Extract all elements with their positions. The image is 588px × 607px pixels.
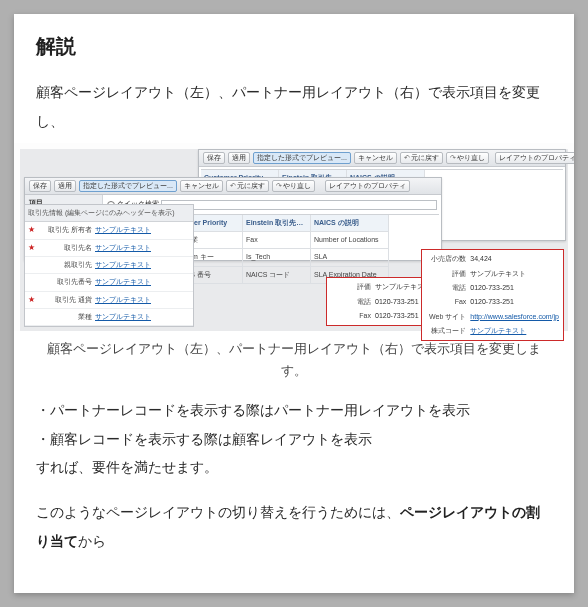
kv-key: 評価	[426, 267, 466, 281]
layout-properties-button[interactable]: レイアウトのプロパティ	[495, 152, 574, 164]
field-value[interactable]: サンプルテキスト	[95, 293, 151, 307]
article-title: 解説	[36, 32, 552, 60]
layout-properties-button[interactable]: レイアウトのプロパティ	[325, 180, 410, 192]
detail-list-header: 取引先情報 (編集ページにのみヘッダーを表示)	[25, 205, 193, 222]
field-label: 親取引先	[38, 258, 92, 272]
save-button[interactable]: 保存	[29, 180, 51, 192]
list-row: ★取引先 所有者サンプルテキスト	[25, 222, 193, 239]
field-label: 取引先 所有者	[38, 223, 92, 237]
grid-cell[interactable]: NAICS の説明	[311, 215, 389, 232]
apply-button[interactable]: 適用	[228, 152, 250, 164]
figure-wrap: 保存 適用 指定した形式でプレビュー... キャンセル 元に戻す やり直し レイ…	[14, 143, 574, 331]
field-value[interactable]: サンプルテキスト	[95, 258, 151, 272]
undo-button[interactable]: 元に戻す	[400, 152, 443, 164]
closing-post: から	[78, 533, 106, 549]
kv-key: 電話	[426, 281, 466, 295]
field-label: 業種	[38, 310, 92, 324]
cancel-button[interactable]: キャンセル	[180, 180, 223, 192]
bullet-suffix: すれば、要件を満たせます。	[36, 453, 552, 482]
preview-as-button[interactable]: 指定した形式でプレビュー...	[253, 152, 351, 164]
highlight-box-right: 小売店の数34,424 評価サンプルテキスト 電話0120-733-251 Fa…	[421, 249, 564, 341]
list-row: ★取引先番号サンプルテキスト	[25, 274, 193, 291]
list-row: ★取引先名サンプルテキスト	[25, 240, 193, 257]
field-label: 取引先名	[38, 241, 92, 255]
kv-key: Web サイト	[426, 310, 466, 324]
save-button[interactable]: 保存	[203, 152, 225, 164]
redo-button[interactable]: やり直し	[446, 152, 489, 164]
field-value[interactable]: サンプルテキスト	[95, 241, 151, 255]
toolbar-left: 保存 適用 指定した形式でプレビュー... キャンセル 元に戻す やり直し レイ…	[25, 178, 441, 195]
field-value[interactable]: サンプルテキスト	[95, 275, 151, 289]
list-row: ★取引先 通貨サンプルテキスト	[25, 292, 193, 309]
article-card: 解説 顧客ページレイアウト（左）、パートナー用レイアウト（右）で表示項目を変更し…	[14, 14, 574, 593]
detail-list-left: 取引先情報 (編集ページにのみヘッダーを表示) ★取引先 所有者サンプルテキスト…	[24, 204, 194, 327]
kv-key: Fax	[331, 309, 371, 323]
kv-value: 0120-733-251	[470, 281, 514, 295]
list-row: ★親取引先サンプルテキスト	[25, 257, 193, 274]
required-icon: ★	[28, 244, 35, 252]
grid-cell[interactable]: Is_Tech	[243, 249, 311, 266]
figure-caption: 顧客ページレイアウト（左）、パートナー用レイアウト（右）で表示項目を変更します。	[36, 339, 552, 382]
grid-cell[interactable]: Fax	[243, 232, 311, 249]
field-value[interactable]: サンプルテキスト	[95, 310, 151, 324]
grid-cell[interactable]: Einstein 取引先階層	[243, 215, 311, 232]
closing-pre: このようなページレイアウトの切り替えを行うためには、	[36, 504, 400, 520]
list-row: ★業種サンプルテキスト	[25, 309, 193, 326]
required-icon: ★	[28, 226, 35, 234]
grid-cell[interactable]: NAICS コード	[243, 267, 311, 284]
kv-value: 0120-733-251	[375, 309, 419, 323]
toolbar-right: 保存 適用 指定した形式でプレビュー... キャンセル 元に戻す やり直し レイ…	[199, 150, 565, 167]
quick-search-input[interactable]: 項目名	[161, 200, 437, 210]
required-icon: ★	[28, 296, 35, 304]
kv-value[interactable]: http://www.salesforce.com/jp	[470, 310, 559, 324]
kv-value: 0120-733-251	[375, 295, 419, 309]
kv-key: 電話	[331, 295, 371, 309]
screenshot-region: 保存 適用 指定した形式でプレビュー... キャンセル 元に戻す やり直し レイ…	[20, 149, 568, 331]
undo-button[interactable]: 元に戻す	[226, 180, 269, 192]
bullet-item: ・パートナーレコードを表示する際はパートナー用レイアウトを表示	[36, 396, 552, 425]
grid-cell[interactable]: SLA	[311, 249, 389, 266]
redo-button[interactable]: やり直し	[272, 180, 315, 192]
kv-value[interactable]: サンプルテキスト	[470, 324, 526, 338]
kv-value: 0120-733-251	[470, 295, 514, 309]
kv-key: Fax	[426, 295, 466, 309]
grid-cell[interactable]: Number of Locations	[311, 232, 389, 249]
kv-key: 評価	[331, 280, 371, 294]
field-label: 取引先番号	[38, 275, 92, 289]
field-label: 取引先 通貨	[38, 293, 92, 307]
intro-paragraph: 顧客ページレイアウト（左）、パートナー用レイアウト（右）で表示項目を変更し、	[36, 78, 552, 135]
field-value[interactable]: サンプルテキスト	[95, 223, 151, 237]
preview-as-button[interactable]: 指定した形式でプレビュー...	[79, 180, 177, 192]
closing-paragraph: このようなページレイアウトの切り替えを行うためには、ページレイアウトの割り当てか…	[36, 498, 552, 555]
apply-button[interactable]: 適用	[54, 180, 76, 192]
cancel-button[interactable]: キャンセル	[354, 152, 397, 164]
kv-value: 34,424	[470, 252, 491, 266]
kv-key: 小売店の数	[426, 252, 466, 266]
highlight-box-left: 評価サンプルテキスト 電話0120-733-251 Fax0120-733-25…	[326, 277, 436, 326]
kv-value: サンプルテキスト	[470, 267, 526, 281]
kv-key: 株式コード	[426, 324, 466, 338]
bullet-item: ・顧客レコードを表示する際は顧客レイアウトを表示	[36, 425, 552, 454]
